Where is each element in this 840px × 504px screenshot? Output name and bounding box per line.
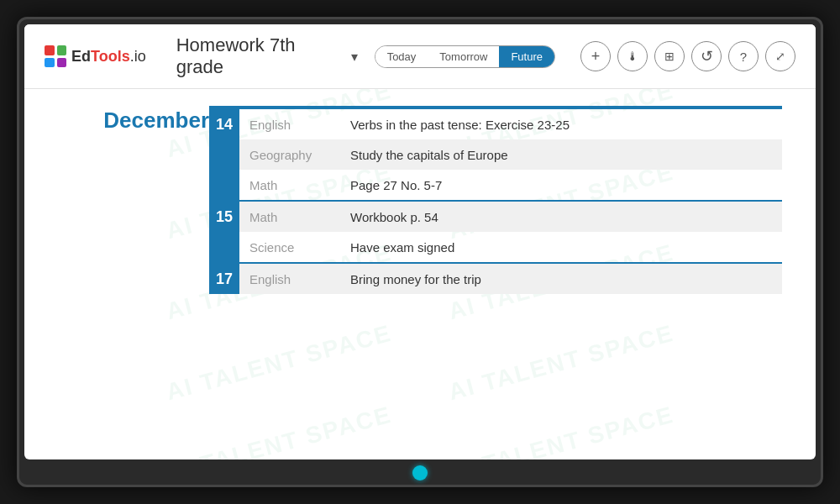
subject: Geography bbox=[239, 143, 340, 167]
tab-future[interactable]: Future bbox=[499, 46, 554, 67]
subject: Math bbox=[239, 205, 340, 229]
monitor: AI TALENT SPACE AI TALENT SPACE AI TALEN… bbox=[17, 17, 823, 487]
logo-text: EdTools.io bbox=[71, 48, 146, 66]
task: Have exam signed bbox=[340, 235, 782, 260]
day-section-15: 15 Math Workbook p. 54 Science Have exam… bbox=[209, 200, 782, 262]
logo-sq-green bbox=[57, 45, 67, 55]
monitor-bottom bbox=[19, 461, 821, 485]
logo-tools: Tools bbox=[91, 48, 130, 65]
nav-tabs: Today Tomorrow Future bbox=[375, 45, 555, 68]
table-row: Geography Study the capitals of Europe bbox=[239, 139, 782, 170]
task: Workbook p. 54 bbox=[340, 205, 782, 229]
power-button[interactable] bbox=[412, 465, 428, 480]
content: EdTools.io Homework 7th grade ▾ Today To… bbox=[24, 24, 816, 459]
toolbar: + 🌡 ⊞ ↺ ? ⤢ bbox=[580, 41, 795, 71]
logo-sq-blue bbox=[45, 58, 55, 68]
days-table: 14 English Verbs in the past tense: Exer… bbox=[209, 106, 782, 294]
table-row: Math Page 27 No. 5-7 bbox=[239, 170, 782, 200]
subject: English bbox=[239, 113, 340, 137]
month-section: December 14 English Verbs in the past te… bbox=[58, 106, 782, 294]
entries-col-15: Math Workbook p. 54 Science Have exam si… bbox=[239, 202, 782, 262]
day-number-14: 14 bbox=[209, 109, 239, 200]
logo-squares bbox=[45, 45, 66, 67]
table-row: Math Workbook p. 54 bbox=[239, 202, 782, 232]
tab-today[interactable]: Today bbox=[375, 46, 428, 67]
day-section-14: 14 English Verbs in the past tense: Exer… bbox=[209, 108, 782, 200]
screen: AI TALENT SPACE AI TALENT SPACE AI TALEN… bbox=[24, 24, 816, 459]
day-number-17: 17 bbox=[209, 264, 239, 294]
logo-sq-red bbox=[45, 45, 55, 55]
table-row: English Verbs in the past tense: Exercis… bbox=[239, 109, 782, 139]
thermometer-icon[interactable]: 🌡 bbox=[617, 41, 648, 71]
logo: EdTools.io bbox=[45, 45, 146, 67]
task: Verbs in the past tense: Exercise 23-25 bbox=[340, 113, 782, 137]
dropdown-icon[interactable]: ▾ bbox=[351, 49, 358, 65]
entries-col-17: English Bring money for the trip bbox=[239, 264, 782, 294]
logo-io: .io bbox=[130, 48, 146, 65]
task: Study the capitals of Europe bbox=[340, 143, 782, 167]
undo-icon[interactable]: ↺ bbox=[691, 41, 722, 71]
logo-ed: Ed bbox=[71, 48, 91, 65]
subject: Science bbox=[239, 235, 340, 260]
header: EdTools.io Homework 7th grade ▾ Today To… bbox=[24, 24, 816, 89]
table-row: English Bring money for the trip bbox=[239, 264, 782, 294]
tab-tomorrow[interactable]: Tomorrow bbox=[428, 46, 499, 67]
day-number-15: 15 bbox=[209, 202, 239, 262]
month-label: December bbox=[58, 109, 209, 131]
subject: English bbox=[239, 267, 340, 291]
page-title: Homework 7th grade bbox=[176, 34, 344, 78]
help-icon[interactable]: ? bbox=[728, 41, 759, 71]
main-content: December 14 English Verbs in the past te… bbox=[24, 89, 816, 459]
plus-icon[interactable]: + bbox=[580, 41, 611, 71]
day-section-17: 17 English Bring money for the trip bbox=[209, 262, 782, 294]
logo-sq-purple bbox=[57, 58, 67, 68]
subject: Math bbox=[239, 173, 340, 197]
task: Bring money for the trip bbox=[340, 267, 782, 291]
title-area: Homework 7th grade ▾ bbox=[176, 34, 358, 78]
table-row: Science Have exam signed bbox=[239, 232, 782, 262]
entries-col-14: English Verbs in the past tense: Exercis… bbox=[239, 109, 782, 200]
task: Page 27 No. 5-7 bbox=[340, 173, 782, 197]
grid-icon[interactable]: ⊞ bbox=[654, 41, 685, 71]
fullscreen-icon[interactable]: ⤢ bbox=[765, 41, 795, 71]
